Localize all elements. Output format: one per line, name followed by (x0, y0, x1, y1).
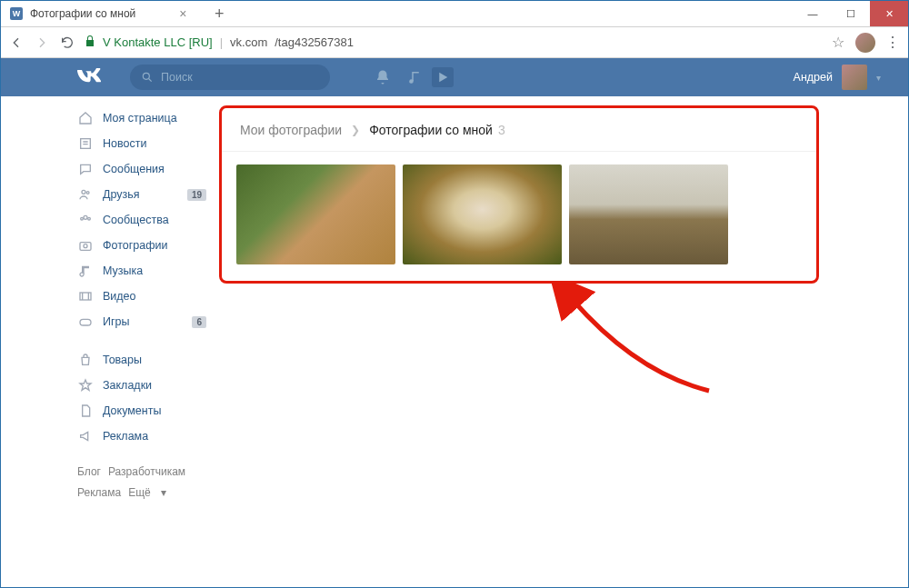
sidebar-item-bookmarks[interactable]: Закладки (74, 373, 210, 398)
sidebar-badge: 6 (192, 316, 206, 328)
sidebar-badge: 19 (187, 189, 206, 201)
sidebar-item-label: Реклама (103, 430, 148, 443)
sidebar-item-label: Видео (103, 290, 136, 303)
svg-point-6 (88, 217, 91, 220)
sidebar-item-label: Сообщения (103, 163, 165, 175)
docs-icon (77, 403, 94, 419)
photo-thumbnail[interactable] (403, 164, 562, 264)
address-bar[interactable]: V Kontakte LLC [RU] | vk.com/tag43256738… (85, 35, 821, 50)
browser-profile-avatar[interactable] (855, 33, 875, 53)
nav-reload-button[interactable] (59, 35, 75, 51)
new-tab-button[interactable]: + (208, 3, 230, 25)
tab-title: Фотографии со мной (30, 7, 135, 20)
sidebar-item-groups[interactable]: Сообщества (74, 207, 210, 233)
breadcrumb: Мои фотографии ❯ Фотографии со мной 3 (222, 108, 816, 152)
search-placeholder: Поиск (161, 71, 193, 84)
breadcrumb-count: 3 (498, 123, 505, 137)
lock-icon (85, 35, 95, 50)
notifications-icon[interactable] (366, 61, 399, 94)
svg-point-8 (84, 244, 87, 248)
sidebar-footer: БлогРазработчикам РекламаЕщё ▾ (74, 449, 210, 503)
window-close-button[interactable]: ✕ (870, 1, 908, 26)
sidebar-item-label: Друзья (103, 188, 140, 201)
sidebar-item-my-page[interactable]: Моя страница (74, 105, 210, 131)
play-button-icon[interactable] (432, 67, 454, 87)
sidebar-item-docs[interactable]: Документы (74, 398, 210, 424)
svg-rect-10 (80, 319, 91, 325)
svg-point-2 (82, 190, 85, 194)
tab-close-icon[interactable]: × (179, 8, 190, 19)
sidebar-item-games[interactable]: Игры6 (74, 309, 210, 334)
sidebar-item-ads[interactable]: Реклама (74, 424, 210, 449)
search-icon (141, 71, 154, 84)
window-titlebar: W Фотографии со мной × + — ☐ ✕ (1, 1, 908, 27)
sidebar-item-label: Фотографии (103, 239, 167, 252)
sidebar-item-label: Документы (103, 404, 161, 417)
window-maximize-button[interactable]: ☐ (832, 1, 870, 26)
vk-header: Поиск Андрей ▾ (1, 58, 908, 96)
sidebar-item-video[interactable]: Видео (74, 284, 210, 309)
sidebar-item-label: Закладки (103, 379, 152, 392)
header-username[interactable]: Андрей (794, 71, 833, 84)
footer-link-blog[interactable]: Блог (77, 465, 101, 478)
chevron-right-icon: ❯ (351, 124, 360, 136)
svg-point-4 (84, 215, 87, 219)
sidebar-item-label: Товары (103, 354, 142, 366)
sidebar-item-messages[interactable]: Сообщения (74, 156, 210, 182)
search-input[interactable]: Поиск (130, 65, 330, 90)
market-icon (77, 352, 94, 368)
music-player-icon[interactable] (399, 61, 432, 94)
messages-icon (77, 161, 94, 177)
sidebar-item-label: Сообщества (103, 214, 169, 226)
video-icon (77, 288, 94, 304)
sidebar-item-label: Игры (103, 315, 129, 328)
svg-point-0 (143, 73, 149, 79)
footer-link-more[interactable]: Ещё ▾ (128, 486, 166, 499)
footer-link-ads[interactable]: Реклама (77, 486, 121, 499)
bookmark-star-icon[interactable]: ☆ (830, 35, 846, 51)
camera-icon (77, 237, 94, 254)
vk-logo[interactable] (74, 68, 103, 86)
url-org: V Kontakte LLC [RU] (103, 35, 213, 49)
sidebar-item-label: Новости (103, 137, 146, 150)
sidebar-item-friends[interactable]: Друзья19 (74, 182, 210, 207)
sidebar-item-market[interactable]: Товары (74, 347, 210, 373)
nav-forward-button[interactable] (34, 35, 50, 51)
groups-icon (77, 212, 94, 228)
svg-rect-9 (80, 293, 91, 300)
header-avatar[interactable] (842, 65, 867, 90)
music-icon (77, 263, 94, 279)
chevron-down-icon[interactable]: ▾ (876, 73, 881, 83)
nav-back-button[interactable] (8, 35, 25, 51)
breadcrumb-root[interactable]: Мои фотографии (240, 123, 342, 137)
sidebar-item-photos[interactable]: Фотографии (74, 233, 210, 258)
tab-favicon: W (10, 7, 23, 20)
svg-point-5 (81, 217, 84, 220)
photo-thumbnail[interactable] (569, 164, 728, 264)
svg-rect-7 (80, 243, 91, 251)
photos-panel: Мои фотографии ❯ Фотографии со мной 3 (219, 105, 819, 284)
games-icon (77, 314, 94, 330)
url-host: vk.com (230, 35, 267, 49)
photo-thumbnail[interactable] (236, 164, 395, 264)
breadcrumb-current: Фотографии со мной (369, 123, 493, 137)
sidebar-item-label: Моя страница (103, 112, 177, 125)
browser-toolbar: V Kontakte LLC [RU] | vk.com/tag43256738… (1, 27, 908, 58)
browser-menu-button[interactable]: ⋮ (884, 35, 901, 51)
megaphone-icon (77, 428, 94, 444)
sidebar-item-news[interactable]: Новости (74, 131, 210, 156)
sidebar-item-label: Музыка (103, 264, 143, 277)
svg-point-3 (86, 192, 89, 194)
news-icon (77, 135, 94, 152)
sidebar-item-music[interactable]: Музыка (74, 258, 210, 284)
star-icon (77, 377, 94, 394)
url-path: /tag432567381 (275, 35, 354, 49)
footer-link-dev[interactable]: Разработчикам (108, 465, 185, 478)
sidebar: Моя страница Новости Сообщения Друзья19 … (74, 96, 210, 503)
window-minimize-button[interactable]: — (794, 1, 832, 26)
home-icon (77, 110, 94, 126)
friends-icon (77, 186, 94, 203)
